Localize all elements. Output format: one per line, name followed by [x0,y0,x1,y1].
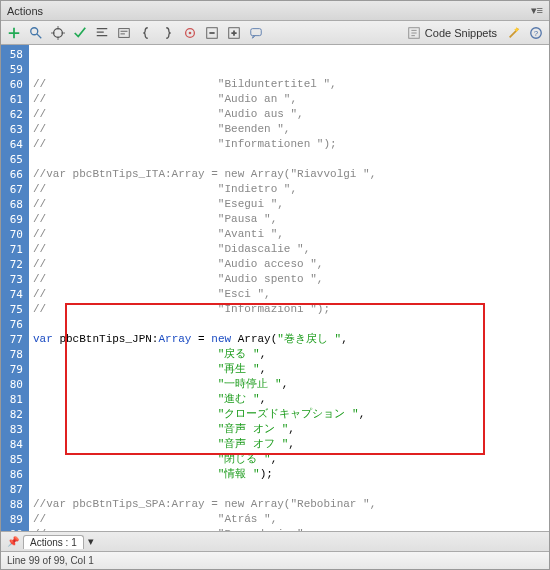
tab-dropdown-icon[interactable]: ▾ [88,535,94,548]
line-number: 64 [5,137,23,152]
toolbar: Code Snippets ? [1,21,549,45]
line-number: 79 [5,362,23,377]
code-line: "情報 "); [33,467,545,482]
show-code-hint-icon[interactable] [115,24,133,42]
check-syntax-icon[interactable] [71,24,89,42]
line-number: 74 [5,287,23,302]
auto-format-icon[interactable] [93,24,111,42]
code-editor[interactable]: 5859606162636465666768697071727374757677… [1,45,549,532]
line-number: 75 [5,302,23,317]
line-number: 88 [5,497,23,512]
line-number: 59 [5,62,23,77]
brace-left-icon[interactable] [137,24,155,42]
code-line: // "Informazioni "); [33,302,545,317]
code-line: // "Reproducir ", [33,527,545,532]
panel-header: Actions ▾≡ [1,1,549,21]
svg-point-4 [189,31,192,34]
code-line [33,317,545,332]
code-area[interactable]: // "Bilduntertitel ",// "Audio an ",// "… [29,45,549,531]
line-number: 69 [5,212,23,227]
line-number: 61 [5,92,23,107]
code-line: // "Avanti ", [33,227,545,242]
panel-options-icon[interactable]: ▾≡ [531,4,543,17]
code-line: // "Audio acceso ", [33,257,545,272]
code-line: "音声 オン ", [33,422,545,437]
status-bar: Line 99 of 99, Col 1 [1,552,549,569]
line-number: 60 [5,77,23,92]
line-number: 73 [5,272,23,287]
script-tab-label: Actions : 1 [30,537,77,548]
line-number: 76 [5,317,23,332]
expand-icon[interactable] [225,24,243,42]
code-line: // "Audio aus ", [33,107,545,122]
comment-icon[interactable] [247,24,265,42]
help-icon[interactable]: ? [527,24,545,42]
line-number: 62 [5,107,23,122]
code-line: "閉じる ", [33,452,545,467]
code-line: // "Atrás ", [33,512,545,527]
code-line: // "Audio an ", [33,92,545,107]
line-number: 87 [5,482,23,497]
debug-options-icon[interactable] [181,24,199,42]
code-line: "クローズドキャプション ", [33,407,545,422]
wand-icon[interactable] [505,24,523,42]
panel-title: Actions [7,5,531,17]
line-number: 58 [5,47,23,62]
code-line: //var pbcBtnTips_SPA:Array = new Array("… [33,497,545,512]
line-number: 66 [5,167,23,182]
svg-rect-7 [251,28,262,35]
collapse-icon[interactable] [203,24,221,42]
target-icon[interactable] [49,24,67,42]
script-tab[interactable]: Actions : 1 [23,535,84,549]
code-line: "一時停止 ", [33,377,545,392]
code-line: // "Bilduntertitel ", [33,77,545,92]
pin-icon[interactable]: 📌 [7,536,19,547]
svg-text:?: ? [534,28,539,37]
line-number: 89 [5,512,23,527]
line-number: 63 [5,122,23,137]
code-line: // "Esegui ", [33,197,545,212]
line-number: 67 [5,182,23,197]
line-number: 84 [5,437,23,452]
add-icon[interactable] [5,24,23,42]
line-number: 85 [5,452,23,467]
code-line [33,482,545,497]
line-number: 83 [5,422,23,437]
code-snippets-label: Code Snippets [425,27,497,39]
line-number: 78 [5,347,23,362]
code-line: // "Pausa ", [33,212,545,227]
code-line: "再生 ", [33,362,545,377]
code-line [33,152,545,167]
line-number: 77 [5,332,23,347]
line-number: 71 [5,242,23,257]
find-icon[interactable] [27,24,45,42]
code-line: //var pbcBtnTips_ITA:Array = new Array("… [33,167,545,182]
code-line: // "Beenden ", [33,122,545,137]
code-line: "戻る ", [33,347,545,362]
line-number: 82 [5,407,23,422]
code-line: var pbcBtnTips_JPN:Array = new Array("巻き… [33,332,545,347]
code-line: // "Indietro ", [33,182,545,197]
code-line: // "Informationen "); [33,137,545,152]
line-number: 80 [5,377,23,392]
svg-point-1 [54,28,63,37]
line-number: 68 [5,197,23,212]
cursor-position: Line 99 of 99, Col 1 [7,555,94,566]
line-number: 70 [5,227,23,242]
svg-point-0 [31,27,38,34]
code-line: "進む ", [33,392,545,407]
script-tabbar: 📌 Actions : 1 ▾ [1,532,549,552]
line-number: 90 [5,527,23,532]
brace-right-icon[interactable] [159,24,177,42]
line-number-gutter: 5859606162636465666768697071727374757677… [1,45,29,531]
line-number: 81 [5,392,23,407]
line-number: 86 [5,467,23,482]
code-line: // "Audio spento ", [33,272,545,287]
line-number: 65 [5,152,23,167]
line-number: 72 [5,257,23,272]
code-snippets-button[interactable]: Code Snippets [403,25,501,41]
svg-rect-2 [119,28,130,37]
code-line: "音声 オフ ", [33,437,545,452]
code-line: // "Esci ", [33,287,545,302]
snippet-icon [407,26,421,40]
